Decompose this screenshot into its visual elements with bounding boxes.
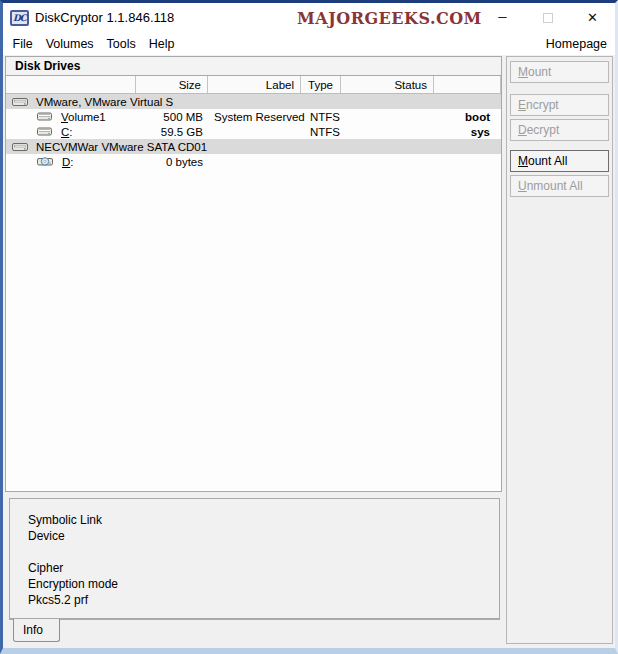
volume-name: Volume1	[61, 111, 106, 123]
info-panel: Symbolic Link Device Cipher Encryption m…	[9, 498, 500, 619]
column-header-type[interactable]: Type	[301, 76, 341, 93]
title-bar: DC DiskCryptor 1.1.846.118 MAJORGEEKS.CO…	[3, 3, 615, 32]
encrypt-button[interactable]: Encrypt	[510, 94, 609, 116]
partition-icon	[37, 112, 52, 121]
drive-group-row[interactable]: VMware, VMware Virtual S	[6, 94, 501, 109]
column-header-name[interactable]	[6, 76, 136, 93]
maximize-icon	[543, 13, 553, 23]
drive-list-header: Size Label Type Status	[6, 76, 501, 94]
drive-list: Size Label Type Status VMware, VMware Vi…	[6, 76, 501, 491]
window-title: DiskCryptor 1.1.846.118	[35, 10, 174, 25]
volume-flag: boot	[434, 111, 501, 123]
column-header-status[interactable]: Status	[341, 76, 434, 93]
app-logo-icon: DC	[10, 10, 29, 26]
disk-drives-box: Disk Drives Size Label Type Status VMwar…	[5, 56, 502, 492]
cd-drive-icon	[37, 156, 53, 167]
volume-size: 0 bytes	[136, 156, 208, 168]
tab-info[interactable]: Info	[13, 619, 60, 642]
mount-button[interactable]: Mount	[510, 61, 609, 83]
column-header-extra[interactable]	[434, 76, 501, 93]
column-header-label[interactable]: Label	[208, 76, 301, 93]
info-pkcs-prf: Pkcs5.2 prf	[28, 592, 499, 608]
decrypt-button[interactable]: Decrypt	[510, 119, 609, 141]
maximize-button[interactable]	[525, 3, 570, 32]
info-spacer	[28, 544, 499, 560]
tab-strip	[9, 619, 500, 620]
volume-flag: sys	[434, 126, 501, 138]
disk-drives-title: Disk Drives	[6, 57, 501, 76]
close-icon: ✕	[587, 10, 598, 25]
volume-row[interactable]: Volume1 500 MB System Reserved NTFS boot	[6, 109, 501, 124]
hard-disk-icon	[12, 142, 28, 152]
close-button[interactable]: ✕	[570, 3, 615, 32]
volume-row[interactable]: D: 0 bytes	[6, 154, 501, 169]
menu-file[interactable]: File	[6, 37, 39, 51]
volume-name: C:	[61, 126, 73, 138]
volume-size: 500 MB	[136, 111, 208, 123]
hard-disk-icon	[12, 97, 28, 107]
menu-help[interactable]: Help	[142, 37, 181, 51]
volume-type: NTFS	[301, 111, 341, 123]
column-header-size[interactable]: Size	[136, 76, 208, 93]
volume-label: System Reserved	[208, 111, 301, 123]
unmount-all-button[interactable]: Unmount All	[510, 175, 609, 197]
mount-all-button[interactable]: Mount All	[510, 150, 609, 172]
volume-size: 59.5 GB	[136, 126, 208, 138]
drive-group-name: NECVMWar VMware SATA CD01	[36, 141, 207, 153]
minimize-icon: –	[498, 7, 506, 24]
action-panel: Mount Encrypt Decrypt Mount All Unmount …	[506, 56, 613, 644]
majorgeeks-watermark: MAJORGEEKS.COM	[297, 9, 482, 28]
info-encryption-mode: Encryption mode	[28, 576, 499, 592]
homepage-link[interactable]: Homepage	[546, 37, 607, 51]
minimize-button[interactable]: –	[480, 3, 525, 32]
drive-group-name: VMware, VMware Virtual S	[36, 96, 173, 108]
partition-icon	[37, 127, 52, 136]
drive-group-row[interactable]: NECVMWar VMware SATA CD01	[6, 139, 501, 154]
volume-type: NTFS	[301, 126, 341, 138]
info-device: Device	[28, 528, 499, 544]
info-cipher: Cipher	[28, 560, 499, 576]
diskcryptor-window: DC DiskCryptor 1.1.846.118 MAJORGEEKS.CO…	[0, 0, 618, 654]
menu-tools[interactable]: Tools	[100, 37, 142, 51]
volume-name: D:	[62, 156, 74, 168]
menu-bar: File Volumes Tools Help Homepage	[3, 32, 615, 55]
menu-volumes[interactable]: Volumes	[39, 37, 100, 51]
main-area: Disk Drives Size Label Type Status VMwar…	[3, 55, 615, 648]
caption-controls: – ✕	[480, 3, 615, 32]
info-symbolic-link: Symbolic Link	[28, 512, 499, 528]
volume-row[interactable]: C: 59.5 GB NTFS sys	[6, 124, 501, 139]
